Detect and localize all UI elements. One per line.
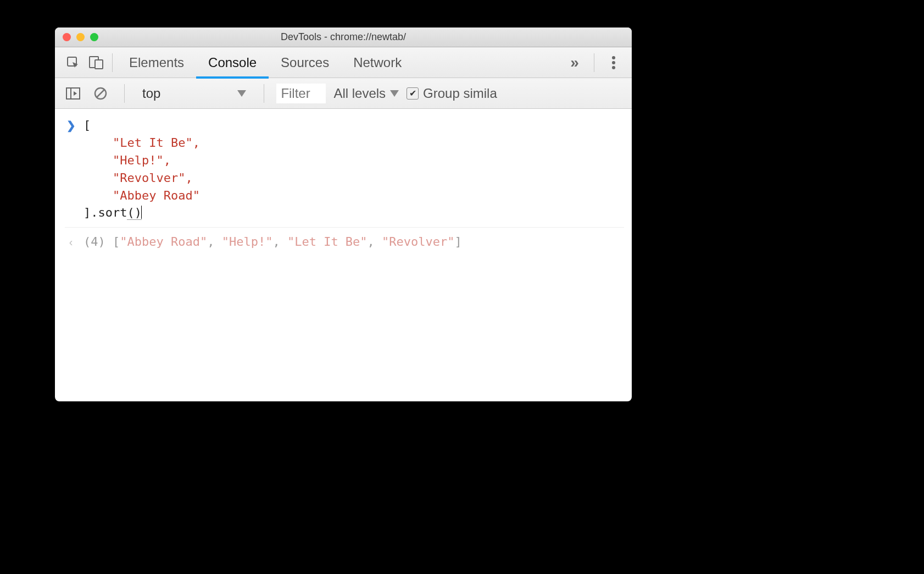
svg-point-5 (612, 66, 615, 69)
divider (112, 53, 113, 72)
log-levels-selector[interactable]: All levels (333, 86, 399, 101)
svg-line-9 (97, 90, 104, 97)
tab-sources[interactable]: Sources (269, 47, 341, 78)
inspect-element-icon[interactable] (62, 51, 85, 74)
device-toggle-icon[interactable] (85, 51, 108, 74)
console-filterbar: top All levels ✔ Group simila (55, 78, 632, 109)
levels-label: All levels (333, 86, 386, 101)
more-tabs-icon[interactable]: » (563, 51, 586, 74)
filter-input[interactable] (276, 84, 326, 103)
console-input-code[interactable]: [ "Let It Be", "Help!", "Revolver", "Abb… (84, 117, 200, 222)
svg-rect-6 (66, 88, 80, 99)
tab-network[interactable]: Network (341, 47, 414, 78)
console-input-row[interactable]: ❯ [ "Let It Be", "Help!", "Revolver", "A… (65, 117, 624, 222)
context-label: top (142, 86, 160, 101)
prompt-output-icon: ‹ (65, 233, 77, 250)
divider (594, 53, 594, 72)
window-title: DevTools - chrome://newtab/ (55, 31, 632, 43)
console-eager-eval-row: ‹ (4) ["Abbey Road", "Help!", "Let It Be… (65, 227, 624, 251)
check-icon: ✔ (407, 87, 419, 100)
group-similar-label: Group simila (423, 86, 497, 101)
console-body: ❯ [ "Let It Be", "Help!", "Revolver", "A… (55, 109, 632, 258)
clear-console-icon[interactable] (89, 82, 112, 105)
console-eager-eval: (4) ["Abbey Road", "Help!", "Let It Be",… (84, 233, 462, 251)
chevron-down-icon (237, 90, 246, 97)
divider (264, 84, 264, 103)
tab-console[interactable]: Console (196, 47, 269, 78)
chevron-down-icon (390, 90, 399, 97)
minimize-window-button[interactable] (76, 33, 85, 41)
devtools-window: DevTools - chrome://newtab/ Elements Con… (55, 27, 632, 401)
close-window-button[interactable] (63, 33, 71, 41)
context-selector[interactable]: top (137, 84, 252, 103)
divider (124, 84, 125, 103)
toggle-drawer-icon[interactable] (62, 82, 85, 105)
prompt-input-icon: ❯ (65, 117, 77, 134)
svg-point-3 (612, 56, 615, 59)
text-cursor (141, 206, 142, 219)
panel-tabbar: Elements Console Sources Network » (55, 47, 632, 78)
svg-rect-2 (95, 60, 103, 69)
group-similar-toggle[interactable]: ✔ Group simila (407, 86, 497, 101)
zoom-window-button[interactable] (90, 33, 98, 41)
svg-point-4 (612, 61, 615, 64)
titlebar: DevTools - chrome://newtab/ (55, 27, 632, 47)
tab-elements[interactable]: Elements (117, 47, 196, 78)
traffic-lights (63, 33, 98, 41)
kebab-menu-icon[interactable] (602, 51, 625, 74)
